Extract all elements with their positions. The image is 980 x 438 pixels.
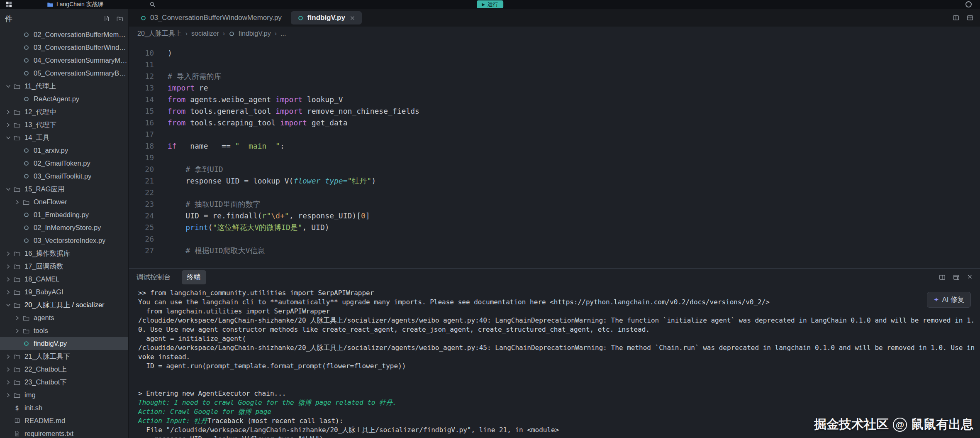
line-number: 22 [129, 187, 154, 198]
chevron-right-icon[interactable] [4, 289, 12, 295]
tree-item[interactable]: ReActAgent.py [0, 93, 128, 105]
python-file-icon [22, 340, 31, 347]
chevron-right-icon[interactable] [13, 199, 22, 205]
python-file-icon [22, 44, 31, 51]
tree-item[interactable]: 01_arxiv.py [0, 144, 128, 157]
code-text: if __name__ == "__main__": [168, 140, 285, 152]
tree-item[interactable]: 19_BabyAGI [0, 286, 128, 299]
line-number: 20 [129, 164, 154, 175]
tree-item[interactable]: findbigV.py [0, 337, 128, 350]
chevron-down-icon[interactable] [4, 135, 12, 141]
chevron-right-icon[interactable] [4, 109, 12, 115]
chevron-right-icon[interactable] [4, 367, 12, 372]
tree-item[interactable]: OneFlower [0, 196, 128, 208]
code-area[interactable]: 10)11 12# 导入所需的库13import re14from agents… [129, 41, 980, 268]
tree-item[interactable]: 15_RAG应用 [0, 183, 128, 196]
code-line: 19 [129, 152, 980, 164]
panel-layout-icon[interactable] [953, 274, 960, 281]
tree-item[interactable]: README.md [0, 414, 128, 427]
new-file-icon[interactable] [104, 15, 110, 22]
python-file-icon [140, 15, 146, 21]
chevron-right-icon[interactable] [13, 315, 22, 321]
code-line: 25 print("这位鲜花大V的微博ID是", UID) [129, 222, 980, 233]
app-logo[interactable] [6, 1, 12, 7]
tree-item[interactable]: 18_CAMEL [0, 273, 128, 286]
layout-icon[interactable] [967, 15, 973, 21]
tree-item[interactable]: agents [0, 311, 128, 324]
chevron-down-icon[interactable] [4, 83, 12, 89]
terminal-output[interactable]: >> from langchain_community.utilities im… [129, 287, 980, 438]
tree-item[interactable]: requirements.txt [0, 427, 128, 438]
chevron-down-icon[interactable] [4, 302, 12, 308]
file-label: 12_代理中 [24, 108, 56, 117]
breadcrumb-item[interactable]: socializer [191, 30, 219, 37]
tree-item[interactable]: 22_Chatbot上 [0, 363, 128, 376]
breadcrumb-item[interactable]: ... [280, 30, 286, 37]
tree-item[interactable]: 04_ConversationSummaryMe... [0, 54, 128, 67]
tree-item[interactable]: 23_Chatbot下 [0, 376, 128, 389]
split-terminal-icon[interactable] [939, 274, 946, 281]
chevron-right-icon[interactable] [13, 328, 22, 334]
avatar[interactable] [965, 1, 972, 7]
tree-item[interactable]: 03_VectorstoreIndex.py [0, 234, 128, 247]
python-file-icon [22, 147, 31, 154]
terminal-line: response_UID = lookup_V(flower_type="牡丹"… [138, 435, 976, 438]
breadcrumb-item[interactable]: findbigV.py [239, 30, 271, 37]
tree-item[interactable]: 12_代理中 [0, 105, 128, 118]
code-line: 22 [129, 187, 980, 198]
editor-tab[interactable]: 03_ConversationBufferWindowMemory.py [134, 11, 288, 24]
terminal-line: Thought: I need to crawl Google for the … [138, 398, 976, 407]
chevron-down-icon[interactable] [4, 186, 12, 192]
tree-item[interactable]: 20_人脉工具上 / socializer [0, 299, 128, 311]
code-line: 14from agents.weibo_agent import lookup_… [129, 94, 980, 105]
terminal-line: > Entering new AgentExecutor chain... [138, 389, 976, 398]
code-line: 15from tools.general_tool import remove_… [129, 105, 980, 117]
tree-item[interactable]: tools [0, 324, 128, 337]
split-editor-icon[interactable] [953, 15, 959, 21]
line-number: 17 [129, 129, 154, 140]
chevron-right-icon[interactable] [4, 277, 12, 282]
tree-item[interactable]: 13_代理下 [0, 118, 128, 131]
tree-item[interactable]: 01_Embedding.py [0, 208, 128, 221]
close-panel-icon[interactable] [967, 274, 973, 281]
chevron-right-icon[interactable] [4, 264, 12, 269]
panel-tab-debug-console[interactable]: 调试控制台 [137, 273, 171, 282]
tree-item[interactable]: 05_ConversationSummaryBuff... [0, 67, 128, 80]
tree-item[interactable]: 03_ConversationBufferWindo... [0, 41, 128, 54]
code-line: 12# 导入所需的库 [129, 71, 980, 82]
tree-item[interactable]: 03_GmailToolkit.py [0, 170, 128, 183]
line-number: 13 [129, 82, 154, 94]
folder-icon [12, 135, 22, 141]
chevron-right-icon[interactable] [4, 354, 12, 360]
tree-item[interactable]: 16_操作数据库 [0, 247, 128, 260]
chevron-right-icon[interactable] [4, 392, 12, 398]
chevron-right-icon[interactable] [4, 379, 12, 385]
tree-item[interactable]: $init.sh [0, 401, 128, 414]
close-tab-icon[interactable] [350, 15, 355, 21]
tree-item[interactable]: 14_工具 [0, 131, 128, 144]
tree-item[interactable]: 02_GmailToken.py [0, 157, 128, 170]
chevron-right-icon[interactable] [4, 251, 12, 257]
explorer-header: 件 [0, 9, 128, 28]
tree-item[interactable]: 11_代理上 [0, 80, 128, 93]
tree-item[interactable]: 02_ConversationBufferMemor... [0, 28, 128, 41]
tree-item[interactable]: 21_人脉工具下 [0, 350, 128, 363]
terminal-line: /cloudide/workspace/LangChain-shizhanke/… [138, 343, 976, 362]
file-label: requirements.txt [24, 430, 73, 438]
tree-item[interactable]: 02_InMemoryStore.py [0, 221, 128, 234]
breadcrumb-item[interactable]: 20_人脉工具上 [137, 29, 182, 38]
breadcrumb-separator: › [223, 30, 225, 37]
chevron-right-icon[interactable] [4, 122, 12, 128]
run-button[interactable]: ▶ 运行 [477, 0, 503, 8]
tree-item[interactable]: img [0, 389, 128, 401]
new-folder-icon[interactable] [117, 15, 123, 22]
line-number: 25 [129, 222, 154, 233]
editor-tab[interactable]: findbigV.py [291, 11, 362, 24]
panel-tab-terminal[interactable]: 终端 [182, 270, 206, 284]
file-label: 05_ConversationSummaryBuff... [34, 69, 128, 77]
tree-item[interactable]: 17_回调函数 [0, 260, 128, 273]
workspace-switcher[interactable]: LangChain 实战课 [47, 1, 104, 8]
folder-icon [12, 302, 22, 308]
code-text: import re [168, 82, 208, 94]
search-icon[interactable] [149, 1, 156, 7]
